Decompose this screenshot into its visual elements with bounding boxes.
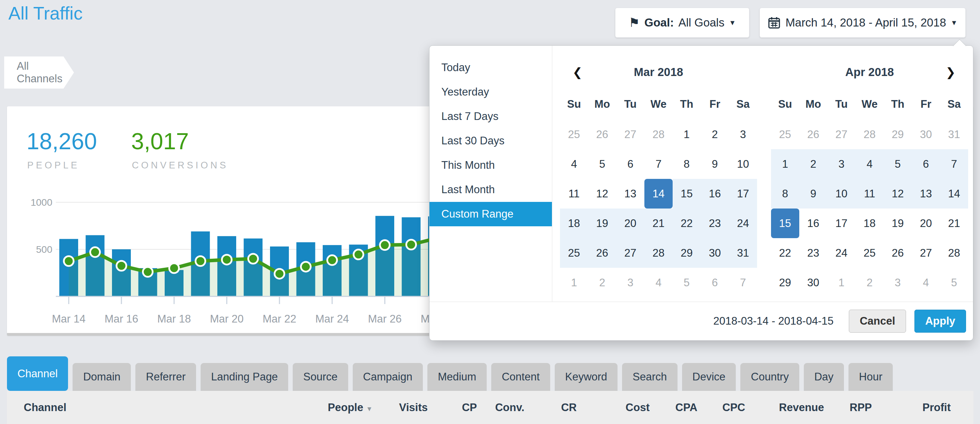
- day-cell-30[interactable]: 30: [799, 268, 827, 297]
- day-cell-31[interactable]: 31: [940, 120, 968, 149]
- day-cell-26[interactable]: 26: [588, 238, 616, 268]
- day-cell-27[interactable]: 27: [912, 238, 940, 268]
- day-cell-19[interactable]: 19: [884, 208, 912, 238]
- day-cell-2[interactable]: 2: [588, 268, 616, 297]
- tab-campaign[interactable]: Campaign: [353, 363, 423, 391]
- date-range-button[interactable]: March 14, 2018 - April 15, 2018 ▼: [759, 8, 966, 38]
- column-header-people[interactable]: People▼: [289, 401, 372, 414]
- day-cell-29[interactable]: 29: [884, 120, 912, 149]
- data-point-mar-24[interactable]: [327, 255, 337, 265]
- day-cell-17[interactable]: 17: [827, 208, 856, 238]
- day-cell-25[interactable]: 25: [771, 120, 799, 149]
- day-cell-5[interactable]: 5: [940, 268, 968, 297]
- day-cell-27[interactable]: 27: [827, 120, 856, 149]
- data-point-mar-18[interactable]: [169, 263, 179, 273]
- data-point-mar-25[interactable]: [354, 250, 364, 259]
- day-cell-10[interactable]: 10: [827, 179, 856, 208]
- day-cell-31[interactable]: 31: [729, 238, 757, 268]
- tab-device[interactable]: Device: [682, 363, 736, 391]
- tab-domain[interactable]: Domain: [73, 363, 131, 391]
- tab-search[interactable]: Search: [622, 363, 677, 391]
- tab-day[interactable]: Day: [804, 363, 844, 391]
- tab-channel[interactable]: Channel: [7, 356, 68, 391]
- day-cell-15-selected[interactable]: 15: [771, 208, 799, 238]
- day-cell-18[interactable]: 18: [856, 208, 884, 238]
- day-cell-22[interactable]: 22: [771, 238, 799, 268]
- preset-this-month[interactable]: This Month: [430, 153, 552, 178]
- column-header-channel[interactable]: Channel: [7, 401, 289, 414]
- day-cell-3[interactable]: 3: [616, 268, 644, 297]
- data-point-mar-15[interactable]: [91, 247, 100, 257]
- data-point-mar-27[interactable]: [406, 240, 416, 250]
- day-cell-6[interactable]: 6: [701, 268, 729, 297]
- day-cell-28[interactable]: 28: [856, 120, 884, 149]
- column-header-profit[interactable]: Profit: [872, 401, 951, 414]
- data-point-mar-22[interactable]: [275, 269, 284, 279]
- apply-button[interactable]: Apply: [915, 310, 966, 333]
- data-point-mar-23[interactable]: [301, 262, 311, 272]
- day-cell-29[interactable]: 29: [771, 268, 799, 297]
- day-cell-17[interactable]: 17: [729, 179, 757, 208]
- day-cell-25[interactable]: 25: [856, 238, 884, 268]
- tab-country[interactable]: Country: [740, 363, 799, 391]
- day-cell-24[interactable]: 24: [827, 238, 856, 268]
- day-cell-20[interactable]: 20: [616, 208, 644, 238]
- column-header-cost[interactable]: Cost: [577, 401, 650, 414]
- day-cell-29[interactable]: 29: [673, 238, 701, 268]
- column-header-cpc[interactable]: CPC: [697, 401, 745, 414]
- chevron-left-icon[interactable]: ❮: [573, 62, 582, 83]
- data-point-mar-21[interactable]: [248, 254, 258, 264]
- column-header-conv-[interactable]: Conv.: [477, 401, 524, 414]
- day-cell-1[interactable]: 1: [771, 149, 799, 179]
- day-cell-16[interactable]: 16: [799, 208, 827, 238]
- tab-landing-page[interactable]: Landing Page: [200, 363, 288, 391]
- goal-dropdown-button[interactable]: ⚑ Goal: All Goals ▼: [615, 8, 749, 38]
- day-cell-2[interactable]: 2: [701, 120, 729, 149]
- tab-referrer[interactable]: Referrer: [135, 363, 196, 391]
- day-cell-5[interactable]: 5: [588, 149, 616, 179]
- column-header-visits[interactable]: Visits: [372, 401, 428, 414]
- day-cell-10[interactable]: 10: [729, 149, 757, 179]
- day-cell-1[interactable]: 1: [560, 268, 588, 297]
- day-cell-9[interactable]: 9: [799, 179, 827, 208]
- day-cell-25[interactable]: 25: [560, 238, 588, 268]
- day-cell-8[interactable]: 8: [771, 179, 799, 208]
- day-cell-11[interactable]: 11: [856, 179, 884, 208]
- day-cell-4[interactable]: 4: [644, 268, 673, 297]
- cancel-button[interactable]: Cancel: [849, 310, 906, 333]
- day-cell-7[interactable]: 7: [644, 149, 673, 179]
- day-cell-3[interactable]: 3: [884, 268, 912, 297]
- day-cell-26[interactable]: 26: [799, 120, 827, 149]
- chevron-right-icon[interactable]: ❯: [946, 62, 956, 83]
- day-cell-27[interactable]: 27: [616, 120, 644, 149]
- data-point-mar-26[interactable]: [380, 240, 390, 250]
- data-point-mar-20[interactable]: [222, 255, 232, 265]
- day-cell-1[interactable]: 1: [827, 268, 856, 297]
- day-cell-15[interactable]: 15: [673, 179, 701, 208]
- preset-last-month[interactable]: Last Month: [430, 178, 552, 202]
- day-cell-7[interactable]: 7: [940, 149, 968, 179]
- tab-medium[interactable]: Medium: [427, 363, 487, 391]
- day-cell-2[interactable]: 2: [856, 268, 884, 297]
- data-point-mar-17[interactable]: [143, 267, 153, 277]
- data-point-mar-16[interactable]: [116, 261, 126, 271]
- day-cell-13[interactable]: 13: [912, 179, 940, 208]
- day-cell-14[interactable]: 14: [940, 179, 968, 208]
- day-cell-6[interactable]: 6: [912, 149, 940, 179]
- day-cell-8[interactable]: 8: [673, 149, 701, 179]
- day-cell-21[interactable]: 21: [644, 208, 673, 238]
- day-cell-14-selected[interactable]: 14: [644, 179, 673, 208]
- day-cell-20[interactable]: 20: [912, 208, 940, 238]
- day-cell-24[interactable]: 24: [729, 208, 757, 238]
- day-cell-26[interactable]: 26: [884, 238, 912, 268]
- day-cell-4[interactable]: 4: [560, 149, 588, 179]
- column-header-cp[interactable]: CP: [428, 401, 477, 414]
- preset-yesterday[interactable]: Yesterday: [430, 80, 552, 104]
- day-cell-3[interactable]: 3: [729, 120, 757, 149]
- preset-custom-range[interactable]: Custom Range: [430, 202, 552, 226]
- day-cell-4[interactable]: 4: [912, 268, 940, 297]
- column-header-cr[interactable]: CR: [524, 401, 577, 414]
- day-cell-28[interactable]: 28: [644, 238, 673, 268]
- day-cell-12[interactable]: 12: [588, 179, 616, 208]
- column-header-cpa[interactable]: CPA: [650, 401, 697, 414]
